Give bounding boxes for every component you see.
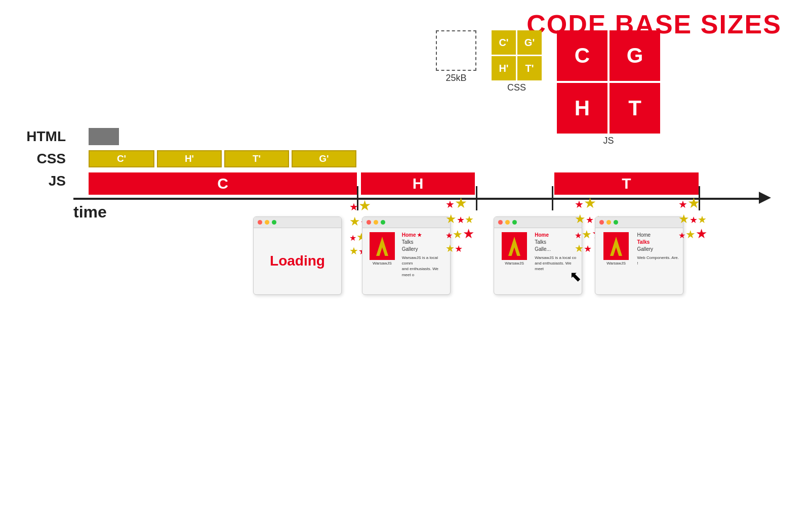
html-bar	[89, 128, 119, 145]
nav-gallery-3: Galle...	[535, 246, 578, 252]
nav-home-2: Home ★	[402, 232, 446, 238]
browser-body-2: WarsawJS is a local command enthusiasts.…	[402, 255, 446, 278]
nav-home-4: Home	[637, 232, 679, 238]
browser-left-3: WarsawJS	[498, 232, 531, 272]
site-name-2: WarsawJS	[373, 261, 392, 266]
css-cell-h: H'	[492, 56, 516, 80]
html-label: HTML	[26, 128, 66, 145]
js-bar-h: H	[361, 172, 475, 195]
css-cell-t: T'	[517, 56, 542, 80]
js-bar-c: C	[89, 172, 357, 195]
browser-bar-2	[362, 217, 450, 228]
dot-green-4	[614, 220, 618, 225]
site-name-3: WarsawJS	[505, 261, 524, 266]
browser-nav-4: Home Talks Gallery Web Components. Are. …	[637, 232, 679, 266]
tick-1	[357, 186, 358, 210]
css-bar-c: C'	[89, 150, 154, 167]
timeline-labels: HTML CSS JS	[5, 125, 66, 192]
timeline-container: C' H' T' G' C H T time	[73, 125, 792, 227]
dot-yellow-1	[265, 220, 269, 225]
tick-2	[476, 186, 477, 210]
site-name-4: WarsawJS	[606, 261, 626, 266]
tick-4	[699, 186, 700, 210]
js-cell-g: G	[610, 30, 660, 81]
browser-nav-2: Home ★ Talks Gallery WarsawJS is a local…	[402, 232, 446, 278]
browser-bar-4	[595, 217, 683, 228]
browser-bar-3	[494, 217, 582, 228]
legend-dashed-box	[436, 30, 476, 71]
dot-yellow-2	[374, 220, 378, 225]
css-bar-t: T'	[224, 150, 289, 167]
browser-content-3: WarsawJS Home Talks Galle... WarsawJS is…	[494, 228, 582, 276]
browser-content-4: WarsawJS Home Talks Gallery Web Componen…	[595, 228, 683, 270]
css-cell-g: G'	[517, 30, 542, 55]
legend-css: C' G' H' T' CSS	[492, 30, 542, 93]
dot-red-1	[258, 220, 262, 225]
nav-home-3: Home	[535, 232, 578, 238]
css-bar-h: H'	[157, 150, 222, 167]
browser-bar-1	[254, 217, 341, 228]
browser-nav-3: Home Talks Galle... WarsawJS is a local …	[535, 232, 578, 272]
dot-green-2	[381, 220, 385, 225]
nav-gallery-2: Gallery	[402, 246, 446, 252]
browser-content-2: WarsawJS Home ★ Talks Gallery WarsawJS i…	[362, 228, 450, 282]
css-label: CSS	[36, 151, 66, 167]
warsawjs-logo-4	[603, 232, 629, 260]
browser-left-2: WarsawJS	[367, 232, 398, 278]
js-label: JS	[49, 173, 66, 189]
dot-yellow-4	[606, 220, 611, 225]
loading-text: Loading	[270, 253, 325, 269]
js-bar-t: T	[554, 172, 699, 195]
browser-body-3: WarsawJS is a local coand enthusiasts. W…	[535, 255, 578, 272]
js-cell-c: C	[557, 30, 607, 81]
nav-gallery-4: Gallery	[637, 246, 679, 252]
legend-25kb: 25kB	[436, 30, 476, 83]
browser-body-4: Web Components. Are. !	[637, 255, 679, 266]
browser-loaded-1: WarsawJS Home ★ Talks Gallery WarsawJS i…	[362, 216, 451, 295]
nav-talks-4: Talks	[637, 239, 679, 245]
tick-3	[552, 186, 553, 210]
browser-loading: Loading	[253, 216, 342, 295]
nav-talks-3: Talks	[535, 239, 578, 245]
time-label: time	[73, 203, 107, 222]
legend-25kb-label: 25kB	[445, 73, 466, 83]
css-legend-label: CSS	[507, 82, 526, 93]
axis-arrow	[759, 192, 771, 204]
css-bar-g: G'	[292, 150, 356, 167]
browser-left-4: WarsawJS	[599, 232, 633, 266]
dot-green-1	[272, 220, 276, 225]
warsawjs-logo-3	[502, 232, 527, 260]
browser-loading-content: Loading	[254, 228, 341, 294]
dot-red-3	[498, 220, 503, 225]
css-grid: C' G' H' T'	[492, 30, 542, 80]
js-grid: C G H T	[557, 30, 660, 134]
dot-yellow-3	[505, 220, 510, 225]
dot-green-3	[512, 220, 517, 225]
dot-red-4	[599, 220, 604, 225]
browser-talks: WarsawJS Home Talks Gallery Web Componen…	[595, 216, 683, 295]
css-cell-c: C'	[492, 30, 516, 55]
dot-red-2	[367, 220, 371, 225]
warsawjs-logo-2	[370, 232, 395, 260]
browser-loaded-2: WarsawJS Home Talks Galle... WarsawJS is…	[494, 216, 582, 295]
nav-talks-2: Talks	[402, 239, 446, 245]
axis-line	[73, 198, 762, 200]
